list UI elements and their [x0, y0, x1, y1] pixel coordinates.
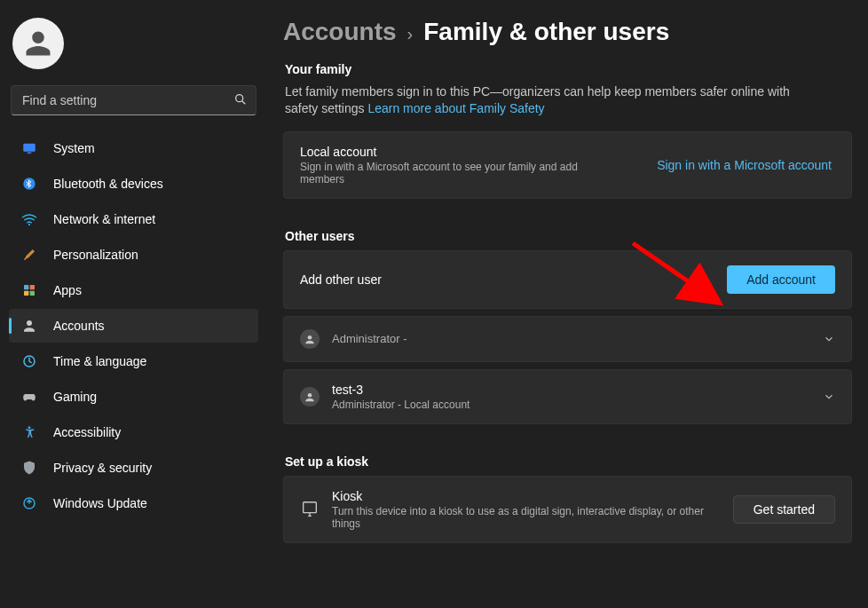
user-block[interactable]: [9, 0, 258, 85]
paintbrush-icon: [21, 247, 37, 263]
person-icon: [300, 387, 320, 407]
sidebar: System Bluetooth & devices Network & int…: [0, 0, 264, 608]
update-icon: [21, 495, 37, 511]
chevron-down-icon: [823, 391, 835, 403]
user-row[interactable]: test-3 Administrator - Local account: [283, 369, 852, 424]
nav-item-label: System: [53, 141, 95, 155]
nav-item-label: Time & language: [53, 354, 146, 368]
user-name: Administrator -: [332, 332, 651, 345]
kiosk-icon: [300, 500, 320, 519]
add-account-button[interactable]: Add account: [727, 265, 835, 294]
other-users-heading: Other users: [285, 229, 852, 243]
person-icon: [300, 329, 320, 349]
nav-item-bluetooth[interactable]: Bluetooth & devices: [9, 167, 258, 201]
nav-item-privacy-security[interactable]: Privacy & security: [9, 451, 258, 485]
kiosk-card: Kiosk Turn this device into a kiosk to u…: [283, 476, 852, 543]
user-avatar: [12, 18, 64, 69]
accessibility-icon: [21, 424, 37, 440]
local-account-title: Local account: [300, 145, 644, 159]
wifi-icon: [21, 211, 37, 227]
nav-item-accounts[interactable]: Accounts: [9, 309, 258, 343]
search-input[interactable]: [11, 85, 256, 115]
nav-item-windows-update[interactable]: Windows Update: [9, 486, 258, 520]
nav-item-gaming[interactable]: Gaming: [9, 380, 258, 414]
nav-item-label: Apps: [53, 283, 82, 297]
nav-item-label: Personalization: [53, 248, 138, 262]
svg-rect-6: [24, 285, 28, 289]
svg-rect-8: [24, 291, 28, 296]
chevron-down-icon: [823, 333, 835, 345]
bluetooth-icon: [21, 176, 37, 192]
user-row[interactable]: Administrator -: [283, 316, 852, 362]
local-account-card: Local account Sign in with a Microsoft a…: [283, 131, 852, 199]
nav-list: System Bluetooth & devices Network & int…: [9, 128, 258, 520]
nav-item-network[interactable]: Network & internet: [9, 202, 258, 236]
main-content: Accounts › Family & other users Your fam…: [264, 0, 868, 608]
nav-item-label: Accounts: [53, 319, 105, 333]
add-other-user-label: Add other user: [300, 272, 714, 287]
nav-item-time-language[interactable]: Time & language: [9, 344, 258, 378]
chevron-right-icon: ›: [407, 24, 414, 44]
family-description: Let family members sign in to this PC—or…: [285, 83, 826, 117]
nav-item-label: Windows Update: [53, 496, 147, 510]
gaming-icon: [21, 389, 37, 405]
system-icon: [21, 140, 37, 156]
svg-rect-3: [28, 153, 32, 154]
svg-rect-16: [304, 502, 317, 513]
add-other-user-card: Add other user Add account: [283, 250, 852, 309]
nav-item-label: Accessibility: [53, 425, 121, 439]
nav-item-system[interactable]: System: [9, 131, 258, 165]
kiosk-get-started-button[interactable]: Get started: [733, 495, 835, 524]
nav-item-label: Network & internet: [53, 212, 155, 226]
kiosk-sub: Turn this device into a kiosk to use as …: [332, 505, 705, 530]
family-learn-more-link[interactable]: Learn more about Family Safety: [367, 101, 544, 115]
shield-icon: [21, 460, 37, 476]
kiosk-title: Kiosk: [332, 489, 721, 503]
nav-item-accessibility[interactable]: Accessibility: [9, 415, 258, 449]
page-title: Family & other users: [423, 18, 669, 46]
clock-globe-icon: [21, 353, 37, 369]
svg-rect-2: [23, 144, 36, 152]
kiosk-heading: Set up a kiosk: [285, 454, 852, 469]
svg-rect-7: [30, 285, 35, 289]
apps-icon: [21, 282, 37, 298]
person-icon: [22, 28, 54, 59]
svg-point-10: [27, 320, 32, 326]
nav-item-label: Gaming: [53, 390, 97, 404]
search-wrap: [9, 85, 258, 128]
svg-point-14: [308, 336, 312, 340]
nav-item-label: Bluetooth & devices: [53, 177, 163, 191]
local-account-sub: Sign in with a Microsoft account to see …: [300, 161, 619, 186]
svg-point-12: [28, 426, 31, 429]
user-role: Administrator - Local account: [332, 399, 651, 411]
svg-point-15: [308, 393, 312, 398]
user-name: test-3: [332, 383, 810, 397]
nav-item-label: Privacy & security: [53, 461, 152, 475]
nav-item-apps[interactable]: Apps: [9, 273, 258, 307]
sign-in-microsoft-link[interactable]: Sign in with a Microsoft account: [657, 158, 835, 172]
breadcrumb: Accounts › Family & other users: [283, 18, 852, 46]
svg-point-5: [28, 224, 30, 225]
family-heading: Your family: [285, 62, 852, 76]
breadcrumb-parent[interactable]: Accounts: [283, 18, 397, 46]
nav-item-personalization[interactable]: Personalization: [9, 238, 258, 272]
accounts-icon: [21, 318, 37, 334]
svg-rect-9: [30, 291, 35, 296]
